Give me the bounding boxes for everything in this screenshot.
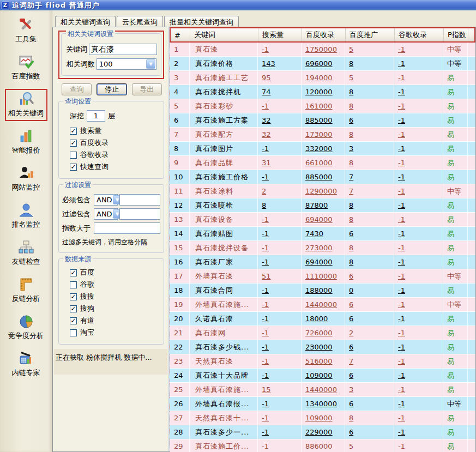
search-volume-link[interactable]: -1: [258, 298, 302, 311]
checkbox-google-include[interactable]: 谷歌收录: [70, 150, 160, 160]
google-include-link[interactable]: -1: [394, 241, 443, 255]
baidu-include-link[interactable]: 120000: [302, 85, 345, 99]
baidu-include-link[interactable]: 1340000: [302, 397, 345, 411]
baidu-promo-link[interactable]: 8: [345, 411, 394, 425]
baidu-promo-link[interactable]: 6: [345, 340, 394, 354]
baidu-include-link[interactable]: 230000: [302, 340, 345, 354]
search-volume-link[interactable]: -1: [258, 43, 302, 56]
column-header-google-include[interactable]: 谷歌收录: [395, 28, 444, 41]
baidu-include-link[interactable]: 7430: [302, 227, 345, 240]
table-row[interactable]: 18真石漆合同-11880000-1易: [170, 284, 475, 298]
search-volume-link[interactable]: -1: [258, 369, 302, 382]
table-row[interactable]: 7真石漆配方321730008-1易: [170, 128, 475, 142]
baidu-include-link[interactable]: 1440000: [302, 383, 345, 396]
baidu-include-link[interactable]: 694000: [302, 213, 345, 226]
search-volume-link[interactable]: -1: [258, 439, 302, 452]
table-row[interactable]: 2真石漆价格1436960008-1中等: [170, 57, 475, 71]
google-include-link[interactable]: -1: [394, 383, 443, 396]
table-row[interactable]: 10真石漆施工价格-18850007-1易: [170, 170, 475, 184]
table-row[interactable]: 9真石漆品牌316610008-1易: [170, 156, 475, 170]
baidu-include-link[interactable]: 1290000: [302, 184, 345, 198]
must-include-input[interactable]: [119, 194, 160, 206]
table-row[interactable]: 21真石漆网-17260002-1易: [170, 326, 475, 340]
sidebar-item-site-monitor[interactable]: 网站监控: [5, 163, 47, 195]
baidu-promo-link[interactable]: 7: [345, 170, 394, 184]
tab-cloud-longtail-query[interactable]: 云长尾查询: [117, 16, 163, 27]
baidu-promo-link[interactable]: 8: [345, 198, 394, 212]
baidu-include-link[interactable]: 661000: [302, 156, 345, 170]
table-row[interactable]: 22真石漆多少钱...-12300006-1易: [170, 340, 475, 354]
search-volume-link[interactable]: 74: [258, 85, 302, 99]
baidu-include-link[interactable]: 885000: [302, 113, 345, 127]
baidu-promo-link[interactable]: 6: [345, 113, 394, 127]
table-row[interactable]: 1真石漆-117500005-1中等: [170, 43, 475, 57]
table-row[interactable]: 28真石漆多少一...-12290006-1易: [170, 425, 475, 439]
baidu-promo-link[interactable]: 8: [345, 128, 394, 141]
baidu-promo-link[interactable]: 3: [345, 142, 394, 155]
baidu-promo-link[interactable]: 8: [345, 57, 394, 70]
baidu-promo-link[interactable]: 7: [345, 184, 394, 198]
column-header-index[interactable]: #: [171, 28, 190, 41]
search-volume-link[interactable]: -1: [258, 227, 302, 240]
google-include-link[interactable]: -1: [394, 312, 443, 326]
baidu-include-link[interactable]: 229000: [302, 425, 345, 439]
baidu-promo-link[interactable]: 8: [345, 213, 394, 226]
tab-batch-related-keyword-query[interactable]: 批量相关关键词查询: [164, 16, 239, 27]
baidu-include-link[interactable]: 194000: [302, 71, 345, 85]
column-header-p-index[interactable]: P指数: [444, 28, 468, 41]
baidu-include-link[interactable]: 188000: [302, 284, 345, 297]
baidu-promo-link[interactable]: 8: [345, 241, 394, 255]
export-button[interactable]: 导出: [132, 83, 162, 95]
search-volume-link[interactable]: 95: [258, 71, 302, 85]
baidu-include-link[interactable]: 87800: [302, 198, 345, 212]
baidu-include-link[interactable]: 696000: [302, 57, 345, 70]
search-volume-link[interactable]: -1: [258, 284, 302, 297]
checkbox-search-volume[interactable]: 搜索量: [70, 126, 160, 136]
baidu-include-link[interactable]: 1440000: [302, 298, 345, 311]
search-volume-link[interactable]: -1: [258, 142, 302, 155]
google-include-link[interactable]: -1: [394, 198, 443, 212]
baidu-promo-link[interactable]: 5: [345, 439, 394, 452]
search-volume-link[interactable]: -1: [258, 99, 302, 113]
exclude-operator-select[interactable]: AND ▼: [94, 208, 118, 220]
baidu-include-link[interactable]: 109000: [302, 411, 345, 425]
baidu-promo-link[interactable]: 5: [345, 71, 394, 85]
search-volume-link[interactable]: 31: [258, 156, 302, 170]
query-button[interactable]: 查询: [62, 83, 92, 95]
google-include-link[interactable]: -1: [394, 284, 443, 297]
baidu-include-link[interactable]: 1110000: [302, 269, 345, 283]
column-header-search-volume[interactable]: 搜索量: [258, 28, 302, 41]
stop-button[interactable]: 停止: [97, 83, 126, 95]
google-include-link[interactable]: -1: [394, 128, 443, 141]
depth-input[interactable]: [87, 110, 105, 122]
google-include-link[interactable]: -1: [394, 369, 443, 382]
search-volume-link[interactable]: -1: [258, 354, 302, 368]
baidu-promo-link[interactable]: 6: [345, 227, 394, 240]
column-header-keyword[interactable]: 关键词: [190, 28, 258, 41]
table-row[interactable]: 13真石漆设备-16940008-1易: [170, 213, 475, 227]
baidu-promo-link[interactable]: 8: [345, 255, 394, 269]
table-row[interactable]: 14真石漆贴图-174306-1易: [170, 227, 475, 241]
baidu-include-link[interactable]: 885000: [302, 170, 345, 184]
column-header-baidu-promo[interactable]: 百度推广: [346, 28, 395, 41]
google-include-link[interactable]: -1: [394, 170, 443, 184]
search-volume-link[interactable]: -1: [258, 255, 302, 269]
baidu-promo-link[interactable]: 6: [345, 312, 394, 326]
baidu-promo-link[interactable]: 8: [345, 156, 394, 170]
table-row[interactable]: 5真石漆彩砂-11610008-1易: [170, 99, 475, 113]
search-volume-link[interactable]: 15: [258, 383, 302, 396]
baidu-promo-link[interactable]: 3: [345, 383, 394, 396]
checkbox-baidu[interactable]: 百度: [70, 268, 160, 278]
baidu-include-link[interactable]: 886000: [302, 439, 345, 452]
search-volume-link[interactable]: -1: [258, 326, 302, 340]
baidu-include-link[interactable]: 1750000: [302, 43, 345, 56]
table-row[interactable]: 17外墙真石漆5111100006-1中等: [170, 269, 475, 284]
table-row[interactable]: 11真石漆涂料212900007-1中等: [170, 184, 475, 198]
baidu-promo-link[interactable]: 6: [345, 298, 394, 311]
baidu-include-link[interactable]: 694000: [302, 255, 345, 269]
search-volume-link[interactable]: 2: [258, 184, 302, 198]
table-row[interactable]: 19外墙真石漆施...-114400006-1中等: [170, 298, 475, 312]
table-row[interactable]: 27天然真石漆十...-11090008-1易: [170, 411, 475, 425]
search-volume-link[interactable]: 32: [258, 128, 302, 141]
baidu-include-link[interactable]: 161000: [302, 99, 345, 113]
